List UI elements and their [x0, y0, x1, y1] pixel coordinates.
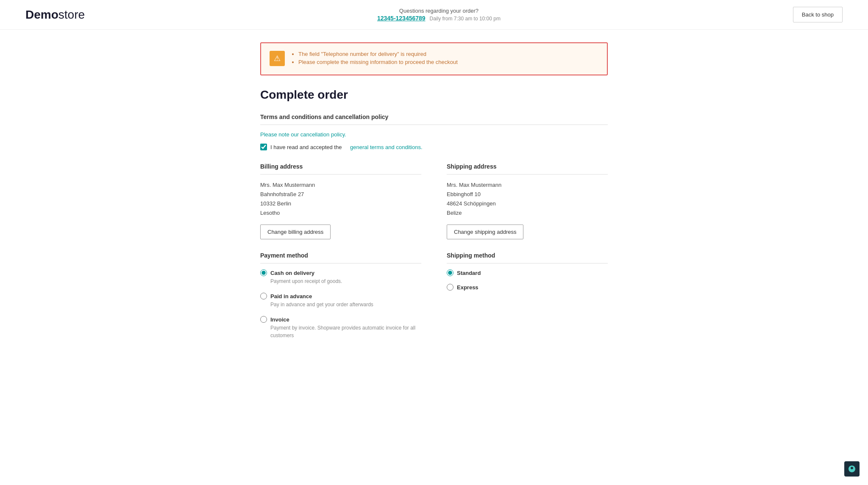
- question-text: Questions regarding your order?: [377, 8, 501, 14]
- payment-label-invoice[interactable]: Invoice: [260, 316, 421, 323]
- payment-method-title: Payment method: [260, 252, 421, 263]
- main-content: ⚠ The field "Telephone number for delive…: [252, 30, 616, 372]
- payment-option-advance: Paid in advance Pay in advance and get y…: [260, 293, 421, 308]
- payment-label-cash-text: Cash on delivery: [270, 270, 314, 276]
- alert-message-1: The field "Telephone number for delivery…: [298, 51, 458, 57]
- shipping-address-text: Mrs. Max Mustermann Ebbinghoff 10 48624 …: [447, 180, 608, 218]
- cancellation-policy-link[interactable]: Please note our cancellation policy.: [260, 131, 346, 138]
- shipping-option-standard: Standard: [447, 269, 608, 276]
- header: Demostore Questions regarding your order…: [0, 0, 868, 30]
- shipping-country: Belize: [447, 208, 608, 218]
- payment-radio-cash[interactable]: [260, 269, 267, 276]
- shipping-street: Ebbinghoff 10: [447, 190, 608, 199]
- payment-radio-invoice[interactable]: [260, 316, 267, 323]
- shipping-address-col: Shipping address Mrs. Max Mustermann Ebb…: [447, 163, 608, 239]
- shipping-radio-standard[interactable]: [447, 269, 453, 276]
- payment-label-cash[interactable]: Cash on delivery: [260, 269, 421, 276]
- logo: Demostore: [25, 8, 85, 22]
- shipping-label-standard[interactable]: Standard: [447, 269, 608, 276]
- alert-messages: The field "Telephone number for delivery…: [292, 51, 458, 67]
- shipping-label-express[interactable]: Express: [447, 284, 608, 291]
- payment-desc-advance: Pay in advance and get your order afterw…: [270, 301, 421, 308]
- shipping-method-title: Shipping method: [447, 252, 608, 263]
- hours-text: Daily from 7:30 am to 10:00 pm: [430, 16, 501, 22]
- alert-message-2: Please complete the missing information …: [298, 59, 458, 65]
- payment-option-cash: Cash on delivery Payment upon receipt of…: [260, 269, 421, 285]
- shipping-city: 48624 Schöppingen: [447, 199, 608, 208]
- billing-address-col: Billing address Mrs. Max Mustermann Bahn…: [260, 163, 421, 239]
- terms-checkbox[interactable]: [260, 144, 267, 150]
- header-center: Questions regarding your order? 12345-12…: [377, 8, 501, 22]
- change-shipping-address-button[interactable]: Change shipping address: [447, 224, 523, 239]
- shipping-option-express: Express: [447, 284, 608, 291]
- billing-city: 10332 Berlin: [260, 199, 421, 208]
- payment-desc-invoice: Payment by invoice. Shopware provides au…: [270, 324, 421, 339]
- shipping-name: Mrs. Max Mustermann: [447, 180, 608, 190]
- payment-label-invoice-text: Invoice: [270, 316, 289, 323]
- shipping-label-standard-text: Standard: [457, 270, 481, 276]
- shipping-label-express-text: Express: [457, 284, 479, 291]
- payment-option-invoice: Invoice Payment by invoice. Shopware pro…: [260, 316, 421, 339]
- billing-country: Lesotho: [260, 208, 421, 218]
- payment-method-col: Payment method Cash on delivery Payment …: [260, 252, 421, 347]
- payment-label-advance-text: Paid in advance: [270, 293, 312, 299]
- shipping-address-title: Shipping address: [447, 163, 608, 175]
- shipping-method-col: Shipping method Standard Express: [447, 252, 608, 347]
- billing-address-title: Billing address: [260, 163, 421, 175]
- billing-name: Mrs. Max Mustermann: [260, 180, 421, 190]
- payment-desc-cash: Payment upon receipt of goods.: [270, 277, 421, 285]
- payment-radio-advance[interactable]: [260, 293, 267, 299]
- alert-box: ⚠ The field "Telephone number for delive…: [260, 42, 608, 75]
- method-columns: Payment method Cash on delivery Payment …: [260, 252, 608, 347]
- warning-icon: ⚠: [270, 51, 285, 66]
- terms-section-title: Terms and conditions and cancellation po…: [260, 114, 608, 125]
- page-title: Complete order: [260, 88, 608, 102]
- payment-label-advance[interactable]: Paid in advance: [260, 293, 421, 299]
- logo-light: store: [58, 8, 85, 21]
- address-columns: Billing address Mrs. Max Mustermann Bahn…: [260, 163, 608, 239]
- phone-link[interactable]: 12345-123456789: [377, 15, 426, 22]
- logo-bold: Demo: [25, 8, 58, 21]
- shipping-radio-express[interactable]: [447, 284, 453, 291]
- terms-conditions-link[interactable]: general terms and conditions.: [350, 144, 423, 150]
- billing-street: Bahnhofstraße 27: [260, 190, 421, 199]
- billing-address-text: Mrs. Max Mustermann Bahnhofstraße 27 103…: [260, 180, 421, 218]
- change-billing-address-button[interactable]: Change billing address: [260, 224, 331, 239]
- terms-prefix: I have read and accepted the: [270, 144, 342, 150]
- back-to-shop-button[interactable]: Back to shop: [793, 7, 843, 22]
- terms-section: Terms and conditions and cancellation po…: [260, 114, 608, 150]
- terms-checkbox-row: I have read and accepted the general ter…: [260, 144, 608, 150]
